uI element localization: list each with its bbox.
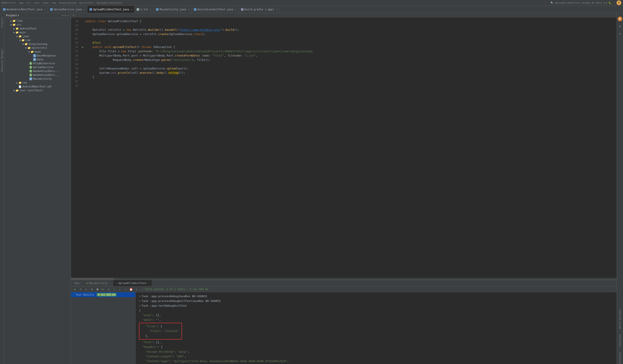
back-button[interactable]: ↩ <box>123 287 128 292</box>
tab-annitation-unit-test[interactable]: AnnitationUnitTest.java ✕ <box>192 6 239 13</box>
stop-btn2[interactable]: ⏹ <box>95 287 100 292</box>
tree-item-dingjiaxiong[interactable]: ▼ 📁 dingjiaxiong <box>4 42 71 46</box>
build-variants-label[interactable]: Build Variants <box>618 307 622 330</box>
clock-button[interactable]: ⏰ <box>129 287 134 292</box>
tree-item-src[interactable]: ▼ 📁 src <box>4 23 71 27</box>
rerun-button[interactable]: ↻ <box>84 287 89 292</box>
close-icon[interactable]: ✕ <box>276 8 277 11</box>
notification-icon[interactable]: B <box>618 17 622 21</box>
breadcrumb-test[interactable]: test <box>34 1 40 4</box>
tab-upload-file-unit-test-run[interactable]: ✓ UploadFileUnitTest ✕ <box>113 280 152 286</box>
code-line-22: 22 <box>71 36 617 40</box>
close-icon[interactable]: ✕ <box>150 8 152 11</box>
tab-main-activity-run[interactable]: ▶ MainActivity ✕ <box>84 280 113 286</box>
tree-item-res[interactable]: ▶ 📁 res <box>4 81 71 85</box>
device-name: Xiaomi Mi Note 3 <box>582 1 604 4</box>
tree-item-android-test[interactable]: ▶ 📁 androidTest <box>4 27 71 31</box>
breadcrumb-uploadfileunittest[interactable]: UploadFileUnitTest <box>97 1 122 4</box>
stop-button[interactable]: ⊘ <box>78 287 83 292</box>
next-fail-button[interactable]: ↓ <box>117 287 122 292</box>
favorites-label[interactable]: Favorites <box>618 332 622 348</box>
collapse-all-button[interactable]: ≡ <box>62 14 63 17</box>
tree-label: res <box>22 81 27 84</box>
tree-item-android-manifest[interactable]: 📄 AndroidManifest.xml <box>4 85 71 88</box>
code-line-31: 31 } <box>71 75 617 79</box>
project-tree: ▶ 📁 libs ▼ 📁 src ▶ 📁 androidTest ▼ <box>4 18 71 364</box>
breadcrumb-src[interactable]: src <box>26 1 31 4</box>
settings-button[interactable]: ⚙ <box>65 14 66 17</box>
tree-item-bean[interactable]: ▼ 📁 bean <box>4 50 71 54</box>
run-button[interactable]: ▶ <box>606 1 607 4</box>
run-tab-label[interactable]: Run: <box>72 280 84 286</box>
breadcrumb-myretrofit2[interactable]: myretrofit <box>79 1 94 4</box>
reload-icon[interactable]: ↻ <box>73 14 74 17</box>
code-line-24: 24 ▶ public void uploadFileTest() throws… <box>71 45 617 49</box>
breadcrumb-java[interactable]: java <box>43 1 49 4</box>
breadcrumb-dingjiaxiong[interactable]: dingjiaxiong <box>59 1 76 4</box>
output-line: > Task :app:processDebugJavaRes NO-SOURC… <box>139 294 613 299</box>
output-line: > Task :app:testDebugUnitTest <box>139 303 613 308</box>
tab-wan-android-unit-test[interactable]: WanAndroidUnitTest.java ✕ <box>1 6 48 13</box>
search-icon[interactable]: 🔍 <box>551 1 554 4</box>
close-icon[interactable]: ✕ <box>109 282 110 284</box>
test-result-item-main[interactable]: ✓ Test Results 5 sec 925 ms <box>71 292 135 297</box>
star-icon[interactable]: ★ <box>619 32 621 35</box>
pause-button[interactable]: ⏸ <box>89 287 94 292</box>
sort-dur-button[interactable]: ⇅ <box>106 287 111 292</box>
horizontal-scrollbar[interactable] <box>71 278 617 280</box>
close-icon[interactable]: ✕ <box>131 8 132 11</box>
tree-item-httpbin-service[interactable]: I HttpBinService <box>4 61 71 65</box>
tree-label: Data <box>37 58 43 61</box>
tab-label: UploadService.java <box>54 8 82 11</box>
run-button[interactable]: ▶ <box>73 287 77 292</box>
expand-button[interactable]: » <box>134 287 139 292</box>
tree-item-myretrofit[interactable]: ▼ 📁 myretrofit <box>4 46 71 50</box>
tab-upload-file-unit-test[interactable]: UploadFileUnitTest.java ✕ <box>87 6 134 13</box>
sort-alpha-button[interactable]: ≡↑ <box>101 287 105 292</box>
structure-label[interactable]: Structure <box>618 350 622 364</box>
more-button[interactable]: ⋮ <box>613 1 615 4</box>
java-file-icon <box>50 8 53 11</box>
code-editor[interactable]: 18 public class UploadFileUnitTest { 19 … <box>71 17 617 278</box>
close-icon[interactable]: ✕ <box>235 8 236 11</box>
settings-icon[interactable]: ⚙ <box>619 25 621 28</box>
close-panel-button[interactable]: ✕ <box>67 14 69 17</box>
breadcrumb-app[interactable]: app <box>19 1 23 4</box>
tree-item-wan-android-serv1[interactable]: I WanAndroidServ... <box>4 69 71 73</box>
tree-label: androidTest <box>20 27 37 30</box>
gradle-file-icon <box>241 8 244 11</box>
tree-item-test[interactable]: ▼ 📁 test [unitTest] <box>4 88 71 92</box>
close-icon[interactable]: ✕ <box>44 8 45 11</box>
tree-item-libs[interactable]: ▶ 📁 libs <box>4 19 71 23</box>
close-icon[interactable]: ✕ <box>188 8 189 11</box>
panel-dropdown-icon[interactable]: ▼ <box>18 14 19 17</box>
breadcrumb-myretrofit[interactable]: MyRetrofit <box>2 1 16 4</box>
tab-build-gradle[interactable]: build.gradle (:app) ✕ <box>239 6 280 13</box>
tree-item-main[interactable]: ▼ 📁 main <box>4 31 71 34</box>
project-sidebar-label[interactable]: Project <box>1 17 3 27</box>
run-test-icon[interactable]: ▶ <box>82 45 84 49</box>
tree-item-base-response[interactable]: C BaseResponse <box>4 54 71 58</box>
editor-toolbar: ↻ <box>71 13 617 17</box>
test-output-panel: > Task :app:processDebugJavaRes NO-SOURC… <box>135 292 617 364</box>
tree-item-data[interactable]: C Data <box>4 58 71 61</box>
test-result-label: Test Results <box>75 293 94 296</box>
close-icon[interactable]: ✕ <box>148 282 149 284</box>
tree-item-upload-service[interactable]: I UploadService <box>4 65 71 69</box>
tab-main-activity[interactable]: MainActivity.java ✕ <box>154 6 192 13</box>
tree-item-com[interactable]: ▼ 📁 com <box>4 38 71 42</box>
code-line-28: 28 <box>71 62 617 66</box>
code-line-26: 26 MultipartBody.Part part = MultipartBo… <box>71 54 617 58</box>
close-icon[interactable]: ✕ <box>84 8 85 11</box>
breadcrumb-com[interactable]: com <box>52 1 56 4</box>
prev-fail-button[interactable]: ↑ <box>112 287 117 292</box>
tab-upload-service[interactable]: UploadService.java ✕ <box>48 6 87 13</box>
tree-item-main-activity[interactable]: C MainActivity <box>4 77 71 81</box>
tree-item-java[interactable]: ▼ 📁 java <box>4 34 71 38</box>
resource-manager-label[interactable]: Resource Manager <box>1 49 3 72</box>
tab-1txt[interactable]: 1.txt ✕ <box>134 6 154 13</box>
debug-button[interactable]: 🐛 <box>609 1 612 4</box>
output-text: "form": {}, <box>139 340 161 345</box>
tree-label: WanAndroidServ... <box>33 74 60 77</box>
tree-item-wan-android-serv2[interactable]: I WanAndroidServ... <box>4 73 71 77</box>
